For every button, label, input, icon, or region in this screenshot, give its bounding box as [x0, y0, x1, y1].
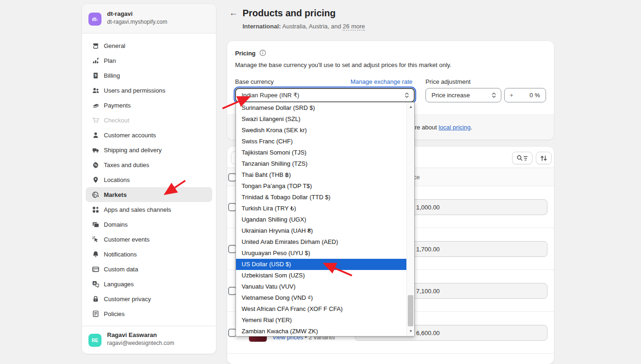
currency-option-uruguayan-peso-uyu[interactable]: Uruguayan Peso (UYU $): [236, 248, 406, 259]
currency-option-yemeni-rial-yer[interactable]: Yemeni Rial (YER): [236, 315, 406, 326]
bell-icon: [91, 250, 100, 258]
sidebar-item-markets[interactable]: $Markets: [86, 187, 212, 202]
currency-option-tanzanian-shilling-tzs[interactable]: Tanzanian Shilling (TZS): [236, 158, 406, 169]
back-arrow-icon[interactable]: ←: [229, 8, 238, 17]
sidebar-item-customer-events[interactable]: Customer events: [86, 232, 212, 247]
chevron-updown-icon: [491, 92, 497, 99]
sidebar-item-users-and-permissions[interactable]: Users and permissions: [86, 83, 212, 98]
currency-option-vietnamese-dong-vnd[interactable]: Vietnamese Dong (VND ₫): [236, 292, 406, 303]
adjustment-sign: +: [505, 92, 513, 99]
sidebar-item-label: Languages: [104, 281, 134, 288]
store-header[interactable]: dt- dt-ragavi dt-ragavi.myshopify.com: [82, 4, 216, 34]
currency-option-swiss-franc-chf[interactable]: Swiss Franc (CHF): [236, 136, 406, 147]
user-avatar: RE: [88, 334, 101, 347]
sort-button[interactable]: [536, 152, 552, 164]
sidebar-item-notifications[interactable]: Notifications: [86, 247, 212, 262]
users-icon: [91, 86, 100, 94]
user-footer[interactable]: RE Ragavi Easwaran ragavi@wedesigntech.c…: [82, 326, 216, 354]
sidebar-item-label: Customer events: [104, 236, 149, 243]
user-name: Ragavi Easwaran: [107, 331, 157, 338]
currency-options-list: Surinamese Dollar (SRD $)Swazi Lilangeni…: [236, 102, 406, 336]
sidebar-item-checkout: Checkout: [86, 113, 212, 128]
store-domain: dt-ragavi.myshopify.com: [107, 19, 167, 25]
sidebar-item-label: Users and permissions: [104, 87, 165, 94]
sidebar-item-label: Custom data: [104, 266, 138, 273]
price-adjustment-select[interactable]: Price increase: [425, 88, 501, 102]
search-filter-button[interactable]: [512, 152, 533, 164]
currency-option-ukrainian-hryvnia-uah[interactable]: Ukrainian Hryvnia (UAH ₴): [236, 225, 406, 236]
base-currency-select[interactable]: Indian Rupee (INR ₹): [235, 88, 415, 102]
scroll-down-icon[interactable]: ▼: [407, 328, 415, 335]
sidebar-item-domains[interactable]: Domains: [86, 217, 212, 232]
pricing-title: Pricing: [235, 50, 256, 57]
dropdown-scrollbar[interactable]: ▲ ▼: [406, 102, 414, 336]
sidebar-item-label: Notifications: [104, 251, 137, 258]
page-subtitle: International: Australia, Austria, and 2…: [243, 23, 365, 30]
billing-icon: $: [91, 71, 100, 80]
currency-option-swedish-krona-sek-kr[interactable]: Swedish Krona (SEK kr): [236, 125, 406, 136]
truck-icon: [91, 146, 100, 154]
sidebar-item-label: Taxes and duties: [104, 162, 149, 169]
adjustment-percent-value: 0 %: [513, 92, 546, 99]
scroll-up-icon[interactable]: ▲: [407, 103, 415, 111]
note-period: .: [471, 124, 472, 131]
cursor-click-icon: [91, 235, 100, 243]
sidebar-item-locations[interactable]: Locations: [86, 172, 212, 187]
database-icon: [91, 265, 100, 273]
sidebar-item-general[interactable]: General: [86, 38, 212, 53]
svg-text:$: $: [97, 195, 98, 197]
sidebar-item-shipping-and-delivery[interactable]: Shipping and delivery: [86, 142, 212, 157]
currency-option-thai-baht-thb[interactable]: Thai Baht (THB ฿): [236, 169, 406, 181]
manage-exchange-rate-link[interactable]: Manage exchange rate: [351, 78, 412, 85]
currency-option-turkish-lira-try[interactable]: Turkish Lira (TRY ₺): [236, 203, 406, 214]
pricing-description: Manage the base currency you'll use to s…: [235, 61, 452, 68]
sidebar-item-plan[interactable]: Plan: [86, 53, 212, 68]
sidebar-item-taxes-and-duties[interactable]: %Taxes and duties: [86, 157, 212, 172]
domains-icon: [91, 220, 100, 229]
store-name: dt-ragavi: [107, 10, 133, 17]
currency-option-vanuatu-vatu-vuv[interactable]: Vanuatu Vatu (VUV): [236, 281, 406, 292]
globe-dollar-icon: $: [91, 190, 100, 199]
sidebar-item-billing[interactable]: $Billing: [86, 68, 212, 83]
sidebar-item-label: Policies: [104, 310, 125, 317]
sidebar-item-policies[interactable]: Policies: [86, 306, 212, 321]
currency-option-tajikistani-somoni-tjs[interactable]: Tajikistani Somoni (TJS): [236, 147, 406, 158]
sidebar-item-customer-accounts[interactable]: Customer accounts: [86, 128, 212, 142]
sidebar-item-payments[interactable]: Payments: [86, 98, 212, 113]
pin-icon: [91, 175, 100, 184]
sidebar-item-languages[interactable]: ALanguages: [86, 276, 212, 291]
currency-option-united-arab-emirates-dirham-aed[interactable]: United Arab Emirates Dirham (AED): [236, 236, 406, 248]
settings-sidebar: dt- dt-ragavi dt-ragavi.myshopify.com Ge…: [82, 4, 216, 354]
currency-dropdown: Surinamese Dollar (SRD $)Swazi Lilangeni…: [236, 102, 415, 337]
currency-option-swazi-lilangeni-szl[interactable]: Swazi Lilangeni (SZL): [236, 114, 406, 125]
settings-menu: GeneralPlan$BillingUsers and permissions…: [86, 38, 212, 321]
sidebar-item-label: Domains: [104, 221, 128, 228]
currency-option-uzbekistani-som-uzs[interactable]: Uzbekistani Som (UZS): [236, 270, 406, 281]
shopify-settings-page: dt- dt-ragavi dt-ragavi.myshopify.com Ge…: [0, 0, 641, 364]
store-icon: [91, 41, 100, 50]
scrollbar-thumb[interactable]: [408, 295, 413, 326]
sidebar-item-apps-and-sales-channels[interactable]: Apps and sales channels: [86, 202, 212, 217]
sidebar-item-label: Payments: [104, 102, 131, 109]
currency-option-us-dollar-usd[interactable]: US Dollar (USD $): [236, 259, 406, 270]
currency-option-trinidad-tobago-dollar-ttd[interactable]: Trinidad & Tobago Dollar (TTD $): [236, 192, 406, 203]
cart-icon: [91, 116, 100, 124]
local-pricing-link[interactable]: local pricing: [439, 124, 471, 131]
market-more-link[interactable]: 26 more: [343, 23, 365, 31]
currency-option-ugandan-shilling-ugx[interactable]: Ugandan Shilling (UGX): [236, 214, 406, 225]
sidebar-item-label: General: [104, 42, 125, 49]
currency-option-surinamese-dollar-srd[interactable]: Surinamese Dollar (SRD $): [236, 102, 406, 114]
adjustment-percent-input[interactable]: + 0 %: [504, 88, 546, 102]
sidebar-item-customer-privacy[interactable]: Customer privacy: [86, 291, 212, 306]
currency-option-tongan-pa-anga-top-t[interactable]: Tongan Pa’anga (TOP T$): [236, 181, 406, 192]
lock-icon: [91, 295, 100, 303]
chevron-updown-icon: [404, 92, 410, 99]
currency-option-zambian-kwacha-zmw-zk[interactable]: Zambian Kwacha (ZMW ZK): [236, 326, 406, 336]
page-title: Products and pricing: [243, 8, 336, 19]
sidebar-item-label: Markets: [104, 191, 127, 198]
sidebar-item-custom-data[interactable]: Custom data: [86, 262, 212, 276]
currency-option-west-african-cfa-franc-xof-f-cfa[interactable]: West African CFA Franc (XOF F CFA): [236, 303, 406, 315]
info-icon[interactable]: [259, 49, 266, 58]
languages-icon: A: [91, 280, 100, 288]
sidebar-item-label: Checkout: [104, 117, 129, 124]
